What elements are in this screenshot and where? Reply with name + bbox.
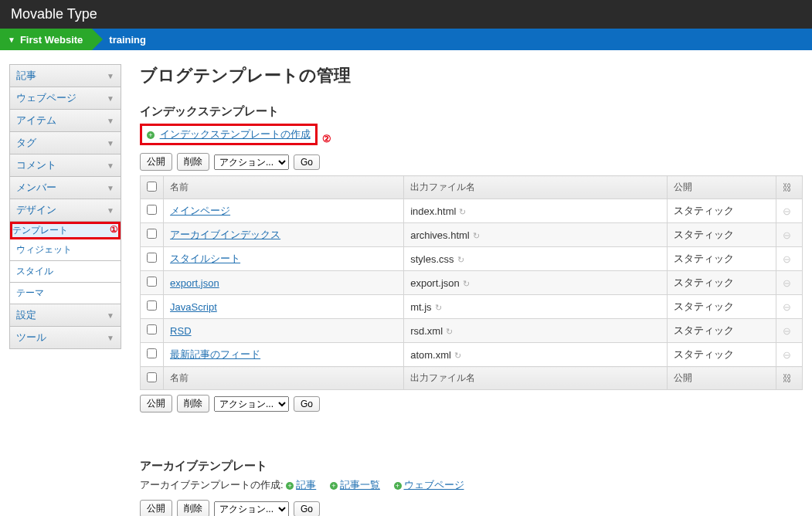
sidebar-section[interactable]: 記事▼ <box>10 65 121 87</box>
sidebar-subitem[interactable]: テンプレート① <box>10 222 121 239</box>
breadcrumb-website[interactable]: First Website <box>0 29 92 50</box>
sidebar-section-label: タグ <box>16 136 36 150</box>
action-select-archive[interactable]: アクション... <box>214 501 289 517</box>
output-filename: index.html <box>410 205 456 217</box>
sidebar-section[interactable]: ウェブページ▼ <box>10 87 121 110</box>
create-index-template-link[interactable]: インデックステンプレートの作成 <box>160 128 311 140</box>
action-select-bottom[interactable]: アクション... <box>214 396 289 412</box>
go-button-bottom[interactable]: Go <box>294 396 320 412</box>
row-checkbox[interactable] <box>147 229 157 239</box>
delete-button-bottom[interactable]: 削除 <box>177 395 209 412</box>
publish-type: スタティック <box>668 223 776 247</box>
refresh-icon[interactable]: ↻ <box>454 351 461 360</box>
refresh-icon[interactable]: ↻ <box>457 255 464 264</box>
index-templates-table: 名前 出力ファイル名 公開 ⛓ メインページindex.html↻スタティック⊖… <box>140 175 803 390</box>
archive-create-link[interactable]: ウェブページ <box>404 479 464 491</box>
sidebar-section[interactable]: アイテム▼ <box>10 110 121 132</box>
go-button[interactable]: Go <box>294 154 320 170</box>
minus-icon[interactable]: ⊖ <box>783 301 791 313</box>
template-name-link[interactable]: 最新記事のフィード <box>170 348 260 360</box>
table-row: JavaScriptmt.js↻スタティック⊖ <box>141 295 803 319</box>
chevron-down-icon: ▼ <box>107 161 114 170</box>
output-filename: styles.css <box>410 253 454 265</box>
refresh-icon[interactable]: ↻ <box>446 327 453 336</box>
refresh-icon[interactable]: ↻ <box>435 303 442 312</box>
sidebar-section[interactable]: デザイン▼ <box>10 199 121 222</box>
archive-create-link[interactable]: 記事一覧 <box>340 479 380 491</box>
row-checkbox[interactable] <box>147 300 157 311</box>
publish-type: スタティック <box>668 319 776 343</box>
template-name-link[interactable]: export.json <box>170 277 219 289</box>
template-name-link[interactable]: スタイルシート <box>170 253 240 264</box>
refresh-icon[interactable]: ↻ <box>459 207 466 216</box>
publish-type: スタティック <box>668 199 776 223</box>
select-all-checkbox[interactable] <box>147 182 157 192</box>
minus-icon[interactable]: ⊖ <box>783 253 791 265</box>
table-row: RSDrsd.xml↻スタティック⊖ <box>141 319 803 343</box>
minus-icon[interactable]: ⊖ <box>783 277 791 289</box>
publish-type: スタティック <box>668 247 776 271</box>
app-name: Movable Type <box>11 6 97 22</box>
go-button-archive[interactable]: Go <box>294 501 320 517</box>
minus-icon[interactable]: ⊖ <box>783 325 791 337</box>
minus-icon[interactable]: ⊖ <box>783 349 791 361</box>
select-all-footer-checkbox[interactable] <box>147 372 157 382</box>
sidebar-section[interactable]: メンバー▼ <box>10 177 121 199</box>
publish-button-bottom[interactable]: 公開 <box>140 395 172 412</box>
row-checkbox[interactable] <box>147 253 157 263</box>
toolbar-archive: 公開 削除 アクション... Go <box>140 500 803 516</box>
plus-icon: + <box>147 131 155 139</box>
action-select[interactable]: アクション... <box>214 154 289 170</box>
annotation-one: ① <box>110 224 118 237</box>
publish-button[interactable]: 公開 <box>140 153 172 171</box>
header-publish[interactable]: 公開 <box>668 176 776 199</box>
output-filename: archives.html <box>410 229 470 241</box>
chain-icon: ⛓ <box>783 373 792 384</box>
sidebar: 記事▼ウェブページ▼アイテム▼タグ▼コメント▼メンバー▼デザイン▼テンプレート①… <box>9 64 121 516</box>
footer-checkbox-cell <box>141 367 164 390</box>
row-checkbox[interactable] <box>147 277 157 287</box>
minus-icon[interactable]: ⊖ <box>783 205 791 217</box>
row-checkbox[interactable] <box>147 205 157 215</box>
sidebar-section-label: ウェブページ <box>16 91 76 105</box>
footer-link-icon: ⛓ <box>776 367 802 390</box>
chevron-down-icon: ▼ <box>107 72 114 80</box>
template-name-link[interactable]: JavaScript <box>170 301 217 313</box>
sidebar-subitem[interactable]: テーマ <box>10 283 121 304</box>
header-file[interactable]: 出力ファイル名 <box>404 176 668 199</box>
header-link-icon: ⛓ <box>776 176 802 199</box>
delete-button[interactable]: 削除 <box>177 153 209 171</box>
template-name-link[interactable]: メインページ <box>170 205 230 216</box>
chevron-down-icon: ▼ <box>107 334 114 342</box>
minus-icon[interactable]: ⊖ <box>783 229 791 241</box>
sidebar-section-label: アイテム <box>16 114 56 127</box>
sidebar-section[interactable]: 設定▼ <box>10 304 121 327</box>
refresh-icon[interactable]: ↻ <box>463 279 470 288</box>
template-name-link[interactable]: アーカイブインデックス <box>170 229 280 240</box>
archive-create-link[interactable]: 記事 <box>296 479 316 491</box>
row-checkbox[interactable] <box>147 324 157 334</box>
sidebar-section[interactable]: ツール▼ <box>10 327 121 349</box>
chevron-down-icon: ▼ <box>107 206 114 215</box>
footer-file[interactable]: 出力ファイル名 <box>404 367 668 390</box>
annotation-two: ② <box>322 133 331 144</box>
footer-name[interactable]: 名前 <box>164 367 404 390</box>
sidebar-section[interactable]: タグ▼ <box>10 132 121 154</box>
footer-publish[interactable]: 公開 <box>668 367 776 390</box>
publish-type: スタティック <box>668 343 776 367</box>
index-templates-heading: インデックステンプレート <box>140 104 803 119</box>
refresh-icon[interactable]: ↻ <box>473 231 480 240</box>
row-checkbox[interactable] <box>147 348 157 358</box>
sidebar-section[interactable]: コメント▼ <box>10 154 121 177</box>
header-name[interactable]: 名前 <box>164 176 404 199</box>
create-index-template-box: + インデックステンプレートの作成 <box>140 124 318 145</box>
plus-icon: + <box>286 482 294 490</box>
sidebar-section-label: コメント <box>16 158 56 172</box>
sidebar-subitem[interactable]: ウィジェット <box>10 239 121 261</box>
sidebar-section-label: 記事 <box>16 69 36 83</box>
publish-button-archive[interactable]: 公開 <box>140 500 172 516</box>
delete-button-archive[interactable]: 削除 <box>177 500 209 516</box>
chevron-down-icon: ▼ <box>107 117 114 125</box>
sidebar-subitem[interactable]: スタイル <box>10 261 121 283</box>
template-name-link[interactable]: RSD <box>170 325 191 337</box>
